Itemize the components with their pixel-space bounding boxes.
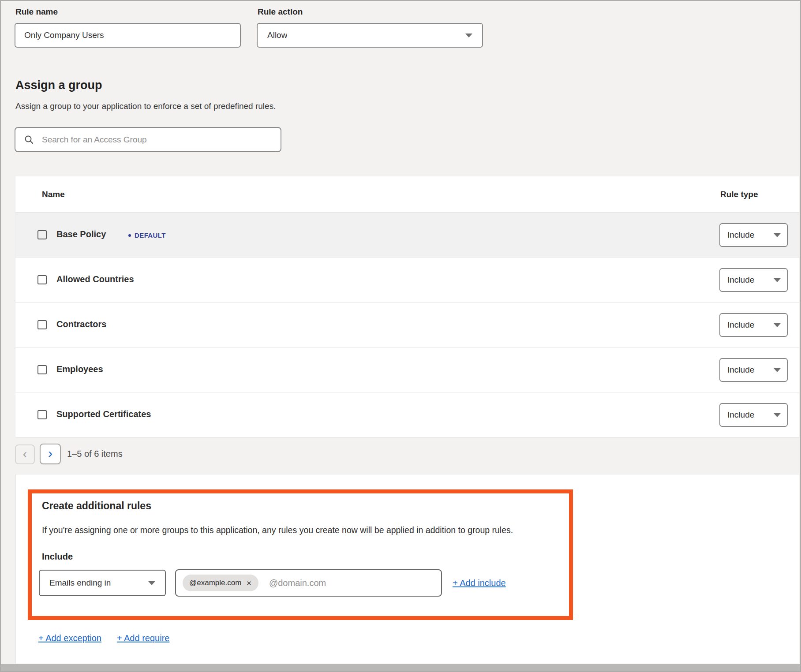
default-badge-dot-icon xyxy=(128,234,131,237)
pagination-prev-button[interactable]: ‹ xyxy=(15,444,35,464)
table-row[interactable]: Base Policy DEFAULT Include xyxy=(15,212,799,257)
chevron-left-icon: ‹ xyxy=(23,447,27,460)
rule-type-select[interactable]: Include xyxy=(719,358,788,382)
bottom-edge-strip xyxy=(1,664,800,671)
chevron-down-icon xyxy=(774,368,781,372)
row-checkbox[interactable] xyxy=(37,410,47,419)
email-domain-chip: @example.com ✕ xyxy=(183,575,258,591)
assign-group-heading: Assign a group xyxy=(15,78,102,92)
column-header-name: Name xyxy=(42,190,65,199)
additional-rules-card: Create additional rules If you're assign… xyxy=(15,474,799,664)
chevron-down-icon xyxy=(774,233,781,237)
additional-rules-description: If you're assigning one or more groups t… xyxy=(42,525,513,535)
rule-type-value: Include xyxy=(727,410,754,420)
chip-close-icon[interactable]: ✕ xyxy=(246,580,252,586)
include-section-label: Include xyxy=(42,552,73,562)
chevron-right-icon: › xyxy=(48,447,52,460)
condition-select[interactable]: Emails ending in xyxy=(39,570,166,596)
rule-links: + Add exception + Add require xyxy=(38,633,169,643)
default-badge-label: DEFAULT xyxy=(135,231,166,239)
rule-action-label: Rule action xyxy=(258,7,303,17)
add-exception-link[interactable]: + Add exception xyxy=(38,633,101,643)
rule-type-select[interactable]: Include xyxy=(719,403,788,427)
additional-rules-highlight-box: Create additional rules If you're assign… xyxy=(28,489,573,620)
chip-label: @example.com xyxy=(189,579,241,587)
rule-action-value: Allow xyxy=(267,30,287,40)
chevron-down-icon xyxy=(774,323,781,327)
pagination-label: 1–5 of 6 items xyxy=(67,449,123,459)
include-rule-controls: Emails ending in @example.com ✕ + Add in… xyxy=(39,569,506,597)
group-name: Base Policy xyxy=(56,229,106,239)
search-input[interactable] xyxy=(41,134,274,145)
assign-group-description: Assign a group to your application to en… xyxy=(15,101,276,111)
add-require-link[interactable]: + Add require xyxy=(117,633,170,643)
default-badge: DEFAULT xyxy=(128,231,166,239)
add-include-link[interactable]: + Add include xyxy=(453,578,506,588)
email-domain-input[interactable] xyxy=(268,578,435,589)
rule-type-select[interactable]: Include xyxy=(719,268,788,292)
rule-type-value: Include xyxy=(727,230,754,240)
rule-type-value: Include xyxy=(727,275,754,285)
table-row[interactable]: Supported Certificates Include xyxy=(15,392,799,437)
row-checkbox[interactable] xyxy=(37,230,47,239)
rule-name-input[interactable] xyxy=(15,23,241,48)
additional-rules-heading: Create additional rules xyxy=(42,500,151,512)
group-name: Contractors xyxy=(56,319,106,329)
email-domain-tag-input[interactable]: @example.com ✕ xyxy=(175,569,442,597)
rule-action-select[interactable]: Allow xyxy=(257,23,483,48)
rule-name-label: Rule name xyxy=(15,7,58,17)
table-row[interactable]: Allowed Countries Include xyxy=(15,257,799,302)
rule-type-value: Include xyxy=(727,320,754,330)
chevron-down-icon xyxy=(774,413,781,417)
access-groups-table: Name Rule type Base Policy DEFAULT Inclu… xyxy=(15,176,799,437)
group-name: Allowed Countries xyxy=(56,274,134,284)
group-name: Employees xyxy=(56,364,103,374)
rule-type-select[interactable]: Include xyxy=(719,313,788,337)
column-header-rule-type: Rule type xyxy=(720,190,758,199)
pagination-next-button[interactable]: › xyxy=(40,444,61,464)
row-checkbox[interactable] xyxy=(37,365,47,374)
row-checkbox[interactable] xyxy=(37,320,47,329)
group-name: Supported Certificates xyxy=(56,409,151,419)
chevron-down-icon xyxy=(774,278,781,282)
chevron-down-icon xyxy=(148,581,155,585)
table-row[interactable]: Contractors Include xyxy=(15,302,799,347)
condition-value: Emails ending in xyxy=(49,578,111,588)
table-row[interactable]: Employees Include xyxy=(15,347,799,392)
chevron-down-icon xyxy=(465,34,472,37)
search-icon xyxy=(24,135,34,145)
rule-type-value: Include xyxy=(727,365,754,375)
table-header: Name Rule type xyxy=(15,176,799,212)
row-checkbox[interactable] xyxy=(37,275,47,284)
rule-type-select[interactable]: Include xyxy=(719,223,788,247)
access-group-search[interactable] xyxy=(15,127,281,152)
